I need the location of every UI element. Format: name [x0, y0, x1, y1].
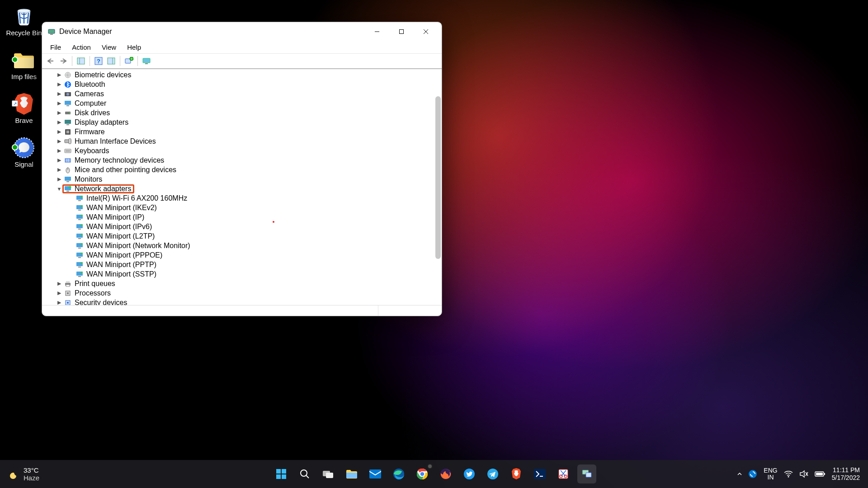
clock[interactable]: 11:11 PM 5/17/2022 [832, 466, 860, 482]
category-mice-and-other-pointing-devices[interactable]: ▶Mice and other pointing devices [46, 165, 440, 174]
device-item[interactable]: WAN Miniport (Network Monitor) [46, 241, 440, 250]
device-item[interactable]: WAN Miniport (IPv6) [46, 222, 440, 231]
battery-icon[interactable] [815, 471, 826, 477]
category-monitors[interactable]: ▶Monitors [46, 174, 440, 184]
device-item[interactable]: WAN Miniport (L2TP) [46, 231, 440, 241]
task-view-button[interactable] [319, 465, 338, 483]
expand-toggle[interactable]: ▶ [56, 91, 63, 97]
desktop-icon-recycle-bin[interactable]: Recycle Bin [5, 5, 43, 37]
forward-button[interactable] [57, 55, 69, 67]
category-label: Processors [75, 289, 111, 297]
telegram-button[interactable] [483, 465, 502, 483]
category-bluetooth[interactable]: ▶Bluetooth [46, 80, 440, 89]
computer-icon [64, 99, 72, 108]
svg-rect-51 [78, 200, 81, 201]
expand-toggle[interactable]: ▶ [56, 100, 63, 106]
device-item[interactable]: WAN Miniport (IP) [46, 212, 440, 222]
category-memory-technology-devices[interactable]: ▶Memory technology devices [46, 155, 440, 165]
expand-toggle[interactable]: ▶ [56, 72, 63, 78]
expand-toggle[interactable]: ▶ [56, 281, 63, 286]
action-panel-button[interactable] [105, 55, 117, 67]
category-keyboards[interactable]: ▶Keyboards [46, 146, 440, 155]
device-manager-taskbar-button[interactable] [577, 465, 596, 483]
device-item[interactable]: WAN Miniport (PPTP) [46, 260, 440, 269]
language-indicator[interactable]: ENG IN [764, 467, 777, 481]
expand-toggle[interactable]: ▶ [56, 138, 63, 144]
expand-toggle[interactable]: ▶ [56, 129, 63, 135]
scan-hardware-button[interactable]: + [123, 55, 135, 67]
svg-rect-103 [534, 469, 546, 479]
titlebar[interactable]: Device Manager [42, 22, 442, 41]
category-display-adapters[interactable]: ▶Display adapters [46, 117, 440, 127]
svg-rect-81 [67, 292, 69, 294]
category-disk-drives[interactable]: ▶Disk drives [46, 108, 440, 117]
menu-help[interactable]: Help [123, 42, 146, 52]
category-label: Computer [75, 99, 106, 108]
powershell-button[interactable] [530, 465, 549, 483]
category-human-interface-devices[interactable]: ▶Human Interface Devices [46, 136, 440, 146]
menu-file[interactable]: File [46, 42, 66, 52]
chrome-button[interactable] [413, 465, 432, 483]
category-network-adapters[interactable]: ▼Network adapters [46, 184, 440, 193]
scrollbar[interactable] [435, 96, 441, 259]
expand-toggle[interactable]: ▶ [56, 119, 63, 125]
svg-point-58 [81, 215, 83, 216]
device-item[interactable]: WAN Miniport (SSTP) [46, 269, 440, 279]
twitter-button[interactable] [460, 465, 479, 483]
start-button[interactable] [272, 465, 291, 483]
menu-action[interactable]: Action [67, 42, 95, 52]
category-computer[interactable]: ▶Computer [46, 99, 440, 108]
device-item[interactable]: WAN Miniport (IKEv2) [46, 203, 440, 212]
expand-toggle[interactable]: ▼ [56, 186, 63, 192]
maximize-button[interactable] [389, 22, 414, 41]
network-adapter-icon [75, 232, 84, 240]
brave-taskbar-button[interactable] [507, 465, 526, 483]
show-hide-tree-button[interactable] [75, 55, 87, 67]
device-properties-button[interactable] [141, 55, 152, 67]
expand-toggle[interactable]: ▶ [56, 81, 63, 87]
desktop-icon-brave[interactable]: ↗ Brave [5, 92, 43, 124]
expand-toggle[interactable]: ▶ [56, 110, 63, 116]
device-item[interactable]: WAN Miniport (PPPOE) [46, 250, 440, 260]
expand-toggle[interactable]: ▶ [56, 148, 63, 154]
expand-toggle[interactable]: ▶ [56, 300, 63, 305]
svg-rect-86 [276, 469, 281, 474]
firefox-button[interactable] [436, 465, 455, 483]
category-label: Print queues [75, 280, 115, 288]
file-explorer-button[interactable] [342, 465, 361, 483]
monitor-icon [64, 175, 72, 183]
svg-rect-95 [369, 469, 381, 479]
category-cameras[interactable]: ▶Cameras [46, 89, 440, 99]
expand-toggle[interactable]: ▶ [56, 167, 63, 173]
category-processors[interactable]: ▶Processors [46, 288, 440, 298]
search-button[interactable] [295, 465, 314, 483]
device-item[interactable]: Intel(R) Wi-Fi 6 AX200 160MHz [46, 193, 440, 203]
desktop-icon-signal[interactable]: Signal [5, 136, 43, 168]
help-button[interactable]: ? [93, 55, 104, 67]
category-biometric-devices[interactable]: ▶Biometric devices [46, 70, 440, 80]
expand-toggle[interactable]: ▶ [56, 157, 63, 163]
volume-icon[interactable] [799, 470, 808, 478]
svg-rect-6 [400, 30, 404, 34]
tray-overflow-button[interactable] [736, 471, 743, 477]
category-firmware[interactable]: ▶Firmware [46, 127, 440, 136]
minimize-button[interactable] [365, 22, 389, 41]
onedrive-icon[interactable] [748, 469, 757, 479]
expand-toggle[interactable]: ▶ [56, 290, 63, 296]
edge-button[interactable] [389, 465, 408, 483]
wifi-icon[interactable] [784, 470, 793, 478]
category-security-devices[interactable]: ▶Security devices [46, 298, 440, 305]
category-print-queues[interactable]: ▶Print queues [46, 279, 440, 288]
network-adapter-icon [75, 204, 84, 212]
snip-tool-button[interactable] [554, 465, 573, 483]
device-tree[interactable]: ▶Biometric devices▶Bluetooth▶Cameras▶Com… [42, 69, 442, 305]
weather-widget[interactable]: 33°C Haze [0, 466, 39, 482]
desktop-icon-imp-files[interactable]: Imp files [5, 48, 43, 80]
back-button[interactable] [45, 55, 57, 67]
expand-toggle[interactable]: ▶ [56, 176, 63, 182]
menu-view[interactable]: View [97, 42, 121, 52]
svg-rect-79 [66, 285, 70, 286]
close-button[interactable] [414, 22, 438, 41]
taskbar: 33°C Haze ENG IN 11:11 PM 5 [0, 460, 868, 488]
mail-button[interactable] [366, 465, 385, 483]
